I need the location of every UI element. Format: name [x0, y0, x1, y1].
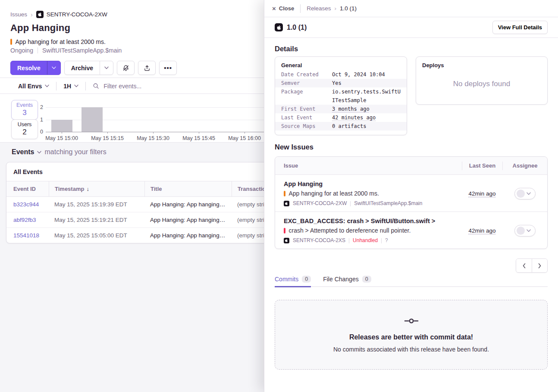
- tab-file-changes[interactable]: File Changes0: [323, 276, 371, 287]
- events-heading-label[interactable]: Events: [12, 148, 34, 156]
- more-actions-button[interactable]: •••: [159, 61, 177, 75]
- environment-filter[interactable]: All Envs: [18, 83, 49, 90]
- issue-row-meta: SENTRY-COCOA-2XWSwiftUITestSampleApp.$ma…: [284, 200, 457, 207]
- general-row: Packageio.sentry.tests.SwiftUITestSample: [275, 87, 407, 105]
- event-transaction: (empty string): [232, 228, 264, 243]
- events-heading: Events matching your filters: [12, 148, 264, 156]
- error-level-indicator: [284, 191, 285, 196]
- x-axis-label: May 15 15:30: [137, 135, 169, 141]
- issue-row[interactable]: App HangingApp hanging for at least 2000…: [275, 175, 547, 212]
- share-button[interactable]: [138, 61, 156, 75]
- breadcrumb-project[interactable]: SENTRY-COCOA-2XW: [36, 11, 107, 18]
- issue-assignee-cell: [502, 188, 547, 199]
- drawer-breadcrumb: Releases › 1.0 (1): [307, 5, 357, 12]
- resolve-button[interactable]: Resolve: [10, 61, 61, 75]
- y-axis-label: 0: [30, 129, 43, 135]
- table-row[interactable]: b323c944May 15, 2025 15:19:39 EDTApp Han…: [6, 197, 264, 212]
- assignee-dropdown[interactable]: [514, 225, 536, 236]
- issue-status: Ongoing: [10, 47, 33, 54]
- issue-culprit: SwiftUITestSampleApp.$main: [42, 47, 122, 54]
- issue-action-bar: Resolve Archive •••: [10, 61, 177, 75]
- general-card-title: General: [275, 61, 407, 70]
- new-issues-table-body: App HangingApp hanging for at least 2000…: [275, 175, 547, 249]
- issue-row[interactable]: EXC_BAD_ACCESS: crash > SwiftUI/Button.s…: [275, 212, 547, 249]
- details-heading: Details: [275, 45, 548, 53]
- previous-page-button[interactable]: [516, 259, 532, 272]
- artifacts-link[interactable]: 0 artifacts: [332, 122, 401, 131]
- close-drawer-button[interactable]: × Close: [272, 5, 294, 12]
- breadcrumb-releases-link[interactable]: Releases: [307, 5, 331, 12]
- ellipsis-icon: •••: [164, 64, 172, 72]
- chevron-right-icon: [538, 263, 542, 268]
- column-header-transaction[interactable]: Transaction: [232, 181, 264, 196]
- issue-row-subtitle-text: App hanging for at least 2000 ms.: [289, 190, 379, 197]
- x-axis-label: May 15 15:00: [45, 135, 78, 141]
- unhandled-tag: Unhandled: [353, 237, 378, 244]
- archive-dropdown-button[interactable]: [100, 61, 113, 75]
- events-section: Events matching your filters All Events …: [0, 142, 264, 392]
- issue-subtitle-text: App hanging for at least 2000 ms.: [16, 38, 106, 45]
- y-axis-label: 2: [30, 104, 43, 110]
- close-label: Close: [279, 5, 294, 12]
- event-id-link[interactable]: abf92fb3: [6, 212, 49, 227]
- next-page-button[interactable]: [532, 259, 547, 272]
- breadcrumb: Issues › SENTRY-COCOA-2XW: [10, 11, 107, 18]
- resolve-button-label: Resolve: [11, 61, 47, 75]
- general-row: Date CreatedOct 9, 2024 10:04: [275, 70, 407, 79]
- breadcrumb-current: 1.0 (1): [340, 5, 357, 12]
- x-axis-tick: [62, 132, 62, 134]
- apple-platform-icon: [36, 11, 44, 18]
- archive-button[interactable]: Archive: [64, 61, 113, 75]
- issue-meta: Ongoing SwiftUITestSampleApp.$main: [10, 47, 122, 54]
- table-row[interactable]: 15541018May 15, 2025 15:05:00 EDTApp Han…: [6, 227, 264, 243]
- event-id-link[interactable]: 15541018: [6, 228, 49, 243]
- sentry-app: Issues › SENTRY-COCOA-2XW App Hanging Ap…: [0, 0, 558, 392]
- column-header-assignee: Assignee: [502, 162, 547, 170]
- breadcrumb-issues-link[interactable]: Issues: [10, 11, 27, 18]
- event-id-link[interactable]: b323c944: [6, 197, 49, 212]
- assignee-dropdown[interactable]: [514, 188, 536, 199]
- column-header-timestamp[interactable]: Timestamp↓: [49, 181, 144, 196]
- event-title: App Hanging: App hanging for at least 20…: [144, 197, 232, 212]
- issue-location: SwiftUITestSampleApp.$main: [354, 200, 422, 207]
- archive-button-label: Archive: [65, 61, 100, 75]
- environment-filter-label: All Envs: [18, 83, 42, 90]
- table-row[interactable]: abf92fb3May 15, 2025 15:19:21 EDTApp Han…: [6, 212, 264, 227]
- event-title: App Hanging: App hanging for at least 20…: [144, 212, 232, 227]
- tab-count-badge: 0: [362, 276, 371, 283]
- events-table-body: b323c944May 15, 2025 15:19:39 EDTApp Han…: [6, 197, 264, 243]
- column-header-event-id[interactable]: Event ID: [6, 181, 49, 196]
- drawer-body: Details General Date CreatedOct 9, 2024 …: [264, 38, 558, 370]
- tab-count-badge: 0: [302, 276, 311, 283]
- tab-commits[interactable]: Commits0: [275, 276, 311, 287]
- mute-notifications-button[interactable]: [117, 61, 135, 75]
- divider: [38, 47, 38, 53]
- resolve-dropdown-button[interactable]: [47, 61, 60, 75]
- issue-project-slug: SENTRY-COCOA-2XS: [293, 237, 345, 244]
- filter-events-input[interactable]: [103, 83, 264, 90]
- avatar: [517, 190, 525, 198]
- x-axis-tick: [153, 132, 154, 134]
- issue-row-meta: SENTRY-COCOA-2XSUnhandled?: [284, 237, 457, 244]
- time-range-filter[interactable]: 1H: [63, 83, 78, 90]
- issue-row-subtitle-text: crash > Attempted to dereference null po…: [289, 227, 411, 234]
- issue-row-subtitle: crash > Attempted to dereference null po…: [284, 227, 457, 234]
- release-title: 1.0 (1): [275, 23, 307, 31]
- view-full-details-button[interactable]: View Full Details: [492, 21, 548, 34]
- chevron-down-icon[interactable]: [37, 151, 41, 154]
- general-row-label: Semver: [281, 79, 332, 87]
- general-row-value: io.sentry.tests.SwiftUITestSample: [332, 87, 401, 105]
- event-timestamp: May 15, 2025 15:05:00 EDT: [49, 228, 144, 243]
- chart-bar: [82, 107, 103, 132]
- bell-slash-icon: [122, 65, 129, 72]
- general-row: Source Maps0 artifacts: [275, 122, 407, 131]
- sort-descending-icon: ↓: [86, 186, 89, 192]
- general-card: General Date CreatedOct 9, 2024 10:04Sem…: [275, 56, 407, 135]
- issue-assignee-cell: [502, 225, 547, 236]
- search-icon: [93, 83, 99, 89]
- column-header-title[interactable]: Title: [144, 181, 232, 196]
- issue-last-seen: 42min ago: [462, 190, 502, 197]
- help-icon[interactable]: ?: [385, 237, 388, 244]
- issue-last-seen: 42min ago: [462, 227, 502, 234]
- apple-platform-icon: [284, 201, 289, 206]
